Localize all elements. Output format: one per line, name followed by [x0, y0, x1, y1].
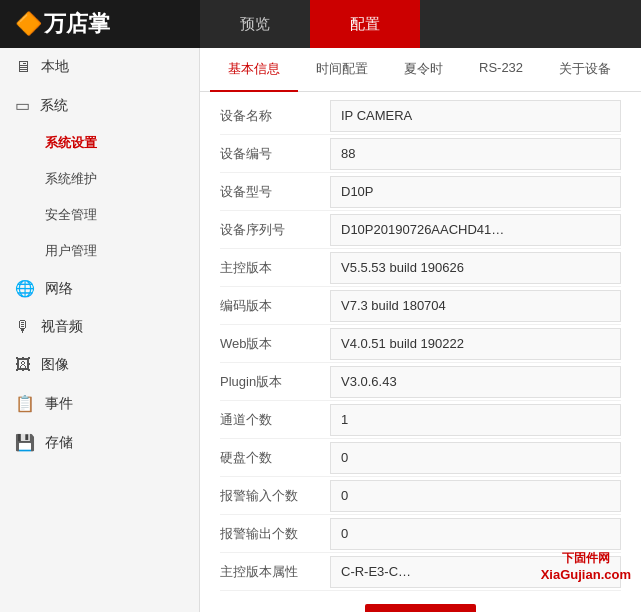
sidebar-label-image: 图像: [41, 356, 69, 374]
value-alarm-output-count: 0: [330, 518, 621, 550]
value-main-version-attr: C-R-E3-C…: [330, 556, 621, 588]
form-row-channel-count: 通道个数 1: [220, 401, 621, 439]
subtab-basic-info[interactable]: 基本信息: [210, 48, 298, 92]
button-area: 保 存: [200, 596, 641, 612]
main-layout: 🖥 本地 ▭ 系统 系统设置 系统维护 安全管理 用户管理 🌐 网络 🎙 视音频…: [0, 48, 641, 612]
save-button[interactable]: 保 存: [365, 604, 477, 612]
label-encode-version: 编码版本: [220, 289, 330, 323]
subtab-about-device[interactable]: 关于设备: [541, 48, 629, 92]
value-device-id: 88: [330, 138, 621, 170]
label-hdd-count: 硬盘个数: [220, 441, 330, 475]
sidebar-label-system: 系统: [40, 97, 68, 115]
sidebar-label-local: 本地: [41, 58, 69, 76]
subtab-daylight-saving[interactable]: 夏令时: [386, 48, 461, 92]
label-device-name: 设备名称: [220, 99, 330, 133]
label-main-version-attr: 主控版本属性: [220, 555, 330, 589]
form-table: 设备名称 IP CAMERA 设备编号 88 设备型号 D10P 设备序列号 D…: [200, 92, 641, 596]
form-row-encode-version: 编码版本 V7.3 build 180704: [220, 287, 621, 325]
label-alarm-input-count: 报警输入个数: [220, 479, 330, 513]
sidebar-label-network: 网络: [45, 280, 73, 298]
label-alarm-output-count: 报警输出个数: [220, 517, 330, 551]
sidebar-label-audio-video: 视音频: [41, 318, 83, 336]
form-row-device-model: 设备型号 D10P: [220, 173, 621, 211]
sidebar-subitem-system-maintenance[interactable]: 系统维护: [0, 161, 199, 197]
label-channel-count: 通道个数: [220, 403, 330, 437]
form-row-serial-number: 设备序列号 D10P20190726AACHD41…: [220, 211, 621, 249]
nav-tabs: 预览 配置: [200, 0, 641, 48]
logo-icon: 🔶: [15, 11, 42, 37]
sidebar: 🖥 本地 ▭ 系统 系统设置 系统维护 安全管理 用户管理 🌐 网络 🎙 视音频…: [0, 48, 200, 612]
tab-preview[interactable]: 预览: [200, 0, 310, 48]
value-plugin-version: V3.0.6.43: [330, 366, 621, 398]
form-row-device-id: 设备编号 88: [220, 135, 621, 173]
event-icon: 📋: [15, 394, 35, 413]
value-device-name: IP CAMERA: [330, 100, 621, 132]
label-web-version: Web版本: [220, 327, 330, 361]
system-icon: ▭: [15, 96, 30, 115]
storage-icon: 💾: [15, 433, 35, 452]
label-main-version: 主控版本: [220, 251, 330, 285]
label-device-model: 设备型号: [220, 175, 330, 209]
form-row-plugin-version: Plugin版本 V3.0.6.43: [220, 363, 621, 401]
value-main-version: V5.5.53 build 190626: [330, 252, 621, 284]
sidebar-item-local[interactable]: 🖥 本地: [0, 48, 199, 86]
content-area: 基本信息 时间配置 夏令时 RS-232 关于设备 设备名称 IP CAMERA…: [200, 48, 641, 612]
image-icon: 🖼: [15, 356, 31, 374]
monitor-icon: 🖥: [15, 58, 31, 76]
audio-video-icon: 🎙: [15, 318, 31, 336]
subtab-time-config[interactable]: 时间配置: [298, 48, 386, 92]
tab-config[interactable]: 配置: [310, 0, 420, 48]
logo-area: 🔶 万店掌: [0, 0, 200, 48]
form-row-alarm-output-count: 报警输出个数 0: [220, 515, 621, 553]
sidebar-item-audio-video[interactable]: 🎙 视音频: [0, 308, 199, 346]
form-row-main-version-attr: 主控版本属性 C-R-E3-C…: [220, 553, 621, 591]
label-plugin-version: Plugin版本: [220, 365, 330, 399]
header: 🔶 万店掌 预览 配置: [0, 0, 641, 48]
form-row-alarm-input-count: 报警输入个数 0: [220, 477, 621, 515]
sidebar-item-network[interactable]: 🌐 网络: [0, 269, 199, 308]
sidebar-item-system[interactable]: ▭ 系统: [0, 86, 199, 125]
value-hdd-count: 0: [330, 442, 621, 474]
form-row-web-version: Web版本 V4.0.51 build 190222: [220, 325, 621, 363]
sub-tabs: 基本信息 时间配置 夏令时 RS-232 关于设备: [200, 48, 641, 92]
value-web-version: V4.0.51 build 190222: [330, 328, 621, 360]
label-device-id: 设备编号: [220, 137, 330, 171]
sidebar-item-storage[interactable]: 💾 存储: [0, 423, 199, 462]
sidebar-label-storage: 存储: [45, 434, 73, 452]
form-row-device-name: 设备名称 IP CAMERA: [220, 97, 621, 135]
sidebar-subitem-security[interactable]: 安全管理: [0, 197, 199, 233]
form-row-hdd-count: 硬盘个数 0: [220, 439, 621, 477]
network-icon: 🌐: [15, 279, 35, 298]
subtab-rs232[interactable]: RS-232: [461, 48, 541, 92]
value-channel-count: 1: [330, 404, 621, 436]
sidebar-item-image[interactable]: 🖼 图像: [0, 346, 199, 384]
label-serial-number: 设备序列号: [220, 213, 330, 247]
value-serial-number: D10P20190726AACHD41…: [330, 214, 621, 246]
value-alarm-input-count: 0: [330, 480, 621, 512]
value-encode-version: V7.3 build 180704: [330, 290, 621, 322]
sidebar-item-event[interactable]: 📋 事件: [0, 384, 199, 423]
sidebar-subitem-user[interactable]: 用户管理: [0, 233, 199, 269]
value-device-model: D10P: [330, 176, 621, 208]
sidebar-label-event: 事件: [45, 395, 73, 413]
logo-text: 万店掌: [44, 9, 110, 39]
form-row-main-version: 主控版本 V5.5.53 build 190626: [220, 249, 621, 287]
sidebar-subitem-system-settings[interactable]: 系统设置: [0, 125, 199, 161]
